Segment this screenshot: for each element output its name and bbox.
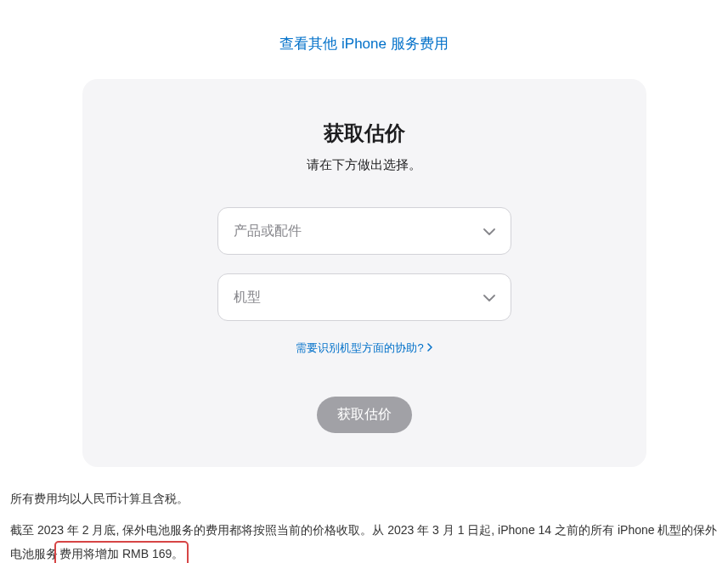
estimate-card: 获取估价 请在下方做出选择。 产品或配件 机型 需要识别机型方面的协助? 获取估… xyxy=(82,79,646,467)
chevron-down-icon xyxy=(483,223,495,239)
price-increase-highlight: 费用将增加 RMB 169。 xyxy=(54,541,189,563)
card-title: 获取估价 xyxy=(116,120,612,147)
product-or-accessory-select[interactable]: 产品或配件 xyxy=(217,207,511,255)
identify-model-help-link[interactable]: 需要识别机型方面的协助? xyxy=(296,341,432,356)
help-link-label: 需要识别机型方面的协助? xyxy=(296,341,423,356)
get-estimate-button[interactable]: 获取估价 xyxy=(317,397,412,433)
select-placeholder: 机型 xyxy=(234,289,261,307)
footer-notes: 所有费用均以人民币计算且含税。 截至 2023 年 2 月底, 保外电池服务的费… xyxy=(0,487,728,563)
card-subtitle: 请在下方做出选择。 xyxy=(116,157,612,173)
chevron-right-icon xyxy=(427,342,432,354)
footer-note-tax: 所有费用均以人民币计算且含税。 xyxy=(10,487,718,510)
model-select[interactable]: 机型 xyxy=(217,273,511,321)
other-iphone-service-fees-link[interactable]: 查看其他 iPhone 服务费用 xyxy=(279,36,448,52)
select-placeholder: 产品或配件 xyxy=(234,222,302,240)
chevron-down-icon xyxy=(483,290,495,305)
footer-note-price-change: 截至 2023 年 2 月底, 保外电池服务的费用都将按照当前的价格收取。从 2… xyxy=(10,519,718,563)
